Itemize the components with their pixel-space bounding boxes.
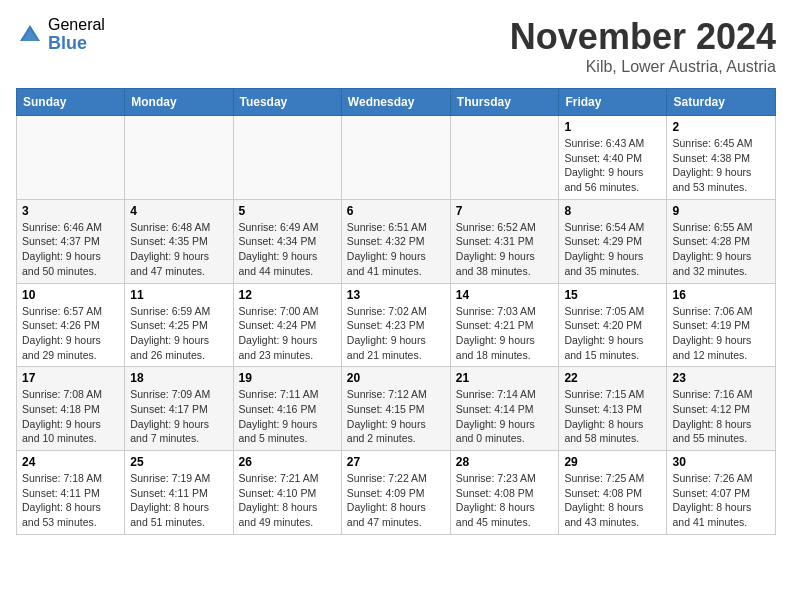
day-info: Sunrise: 7:02 AM Sunset: 4:23 PM Dayligh… bbox=[347, 304, 445, 363]
calendar-cell: 20Sunrise: 7:12 AM Sunset: 4:15 PM Dayli… bbox=[341, 367, 450, 451]
day-number: 17 bbox=[22, 371, 119, 385]
calendar-cell: 11Sunrise: 6:59 AM Sunset: 4:25 PM Dayli… bbox=[125, 283, 233, 367]
calendar-cell: 12Sunrise: 7:00 AM Sunset: 4:24 PM Dayli… bbox=[233, 283, 341, 367]
day-info: Sunrise: 7:25 AM Sunset: 4:08 PM Dayligh… bbox=[564, 471, 661, 530]
calendar-cell: 24Sunrise: 7:18 AM Sunset: 4:11 PM Dayli… bbox=[17, 451, 125, 535]
logo: General Blue bbox=[16, 16, 105, 53]
calendar-cell: 22Sunrise: 7:15 AM Sunset: 4:13 PM Dayli… bbox=[559, 367, 667, 451]
weekday-header-tuesday: Tuesday bbox=[233, 89, 341, 116]
day-number: 10 bbox=[22, 288, 119, 302]
calendar-cell: 25Sunrise: 7:19 AM Sunset: 4:11 PM Dayli… bbox=[125, 451, 233, 535]
calendar-cell: 6Sunrise: 6:51 AM Sunset: 4:32 PM Daylig… bbox=[341, 199, 450, 283]
logo-blue: Blue bbox=[48, 34, 105, 54]
day-info: Sunrise: 7:12 AM Sunset: 4:15 PM Dayligh… bbox=[347, 387, 445, 446]
weekday-header-wednesday: Wednesday bbox=[341, 89, 450, 116]
weekday-header-monday: Monday bbox=[125, 89, 233, 116]
day-number: 15 bbox=[564, 288, 661, 302]
month-title: November 2024 bbox=[510, 16, 776, 58]
day-info: Sunrise: 7:15 AM Sunset: 4:13 PM Dayligh… bbox=[564, 387, 661, 446]
calendar-cell bbox=[17, 116, 125, 200]
day-info: Sunrise: 6:49 AM Sunset: 4:34 PM Dayligh… bbox=[239, 220, 336, 279]
page-header: General Blue November 2024 Kilb, Lower A… bbox=[16, 16, 776, 76]
calendar-cell: 30Sunrise: 7:26 AM Sunset: 4:07 PM Dayli… bbox=[667, 451, 776, 535]
calendar-cell: 5Sunrise: 6:49 AM Sunset: 4:34 PM Daylig… bbox=[233, 199, 341, 283]
day-info: Sunrise: 6:48 AM Sunset: 4:35 PM Dayligh… bbox=[130, 220, 227, 279]
calendar-cell bbox=[341, 116, 450, 200]
day-info: Sunrise: 7:22 AM Sunset: 4:09 PM Dayligh… bbox=[347, 471, 445, 530]
logo-text: General Blue bbox=[48, 16, 105, 53]
day-info: Sunrise: 7:08 AM Sunset: 4:18 PM Dayligh… bbox=[22, 387, 119, 446]
calendar-cell: 26Sunrise: 7:21 AM Sunset: 4:10 PM Dayli… bbox=[233, 451, 341, 535]
day-number: 11 bbox=[130, 288, 227, 302]
day-number: 2 bbox=[672, 120, 770, 134]
logo-general: General bbox=[48, 16, 105, 34]
calendar-cell: 9Sunrise: 6:55 AM Sunset: 4:28 PM Daylig… bbox=[667, 199, 776, 283]
day-info: Sunrise: 6:57 AM Sunset: 4:26 PM Dayligh… bbox=[22, 304, 119, 363]
calendar-header: SundayMondayTuesdayWednesdayThursdayFrid… bbox=[17, 89, 776, 116]
day-number: 14 bbox=[456, 288, 554, 302]
day-number: 19 bbox=[239, 371, 336, 385]
calendar-cell: 28Sunrise: 7:23 AM Sunset: 4:08 PM Dayli… bbox=[450, 451, 559, 535]
day-info: Sunrise: 6:51 AM Sunset: 4:32 PM Dayligh… bbox=[347, 220, 445, 279]
day-info: Sunrise: 7:11 AM Sunset: 4:16 PM Dayligh… bbox=[239, 387, 336, 446]
day-info: Sunrise: 6:52 AM Sunset: 4:31 PM Dayligh… bbox=[456, 220, 554, 279]
day-number: 20 bbox=[347, 371, 445, 385]
day-number: 8 bbox=[564, 204, 661, 218]
calendar-cell: 3Sunrise: 6:46 AM Sunset: 4:37 PM Daylig… bbox=[17, 199, 125, 283]
day-info: Sunrise: 7:23 AM Sunset: 4:08 PM Dayligh… bbox=[456, 471, 554, 530]
calendar-cell: 16Sunrise: 7:06 AM Sunset: 4:19 PM Dayli… bbox=[667, 283, 776, 367]
day-number: 26 bbox=[239, 455, 336, 469]
day-number: 9 bbox=[672, 204, 770, 218]
day-info: Sunrise: 6:55 AM Sunset: 4:28 PM Dayligh… bbox=[672, 220, 770, 279]
day-info: Sunrise: 6:46 AM Sunset: 4:37 PM Dayligh… bbox=[22, 220, 119, 279]
day-info: Sunrise: 7:21 AM Sunset: 4:10 PM Dayligh… bbox=[239, 471, 336, 530]
day-info: Sunrise: 7:00 AM Sunset: 4:24 PM Dayligh… bbox=[239, 304, 336, 363]
day-number: 7 bbox=[456, 204, 554, 218]
day-info: Sunrise: 6:43 AM Sunset: 4:40 PM Dayligh… bbox=[564, 136, 661, 195]
weekday-header-thursday: Thursday bbox=[450, 89, 559, 116]
day-number: 4 bbox=[130, 204, 227, 218]
day-info: Sunrise: 7:18 AM Sunset: 4:11 PM Dayligh… bbox=[22, 471, 119, 530]
day-info: Sunrise: 6:54 AM Sunset: 4:29 PM Dayligh… bbox=[564, 220, 661, 279]
day-info: Sunrise: 7:05 AM Sunset: 4:20 PM Dayligh… bbox=[564, 304, 661, 363]
calendar-cell: 10Sunrise: 6:57 AM Sunset: 4:26 PM Dayli… bbox=[17, 283, 125, 367]
day-number: 5 bbox=[239, 204, 336, 218]
day-number: 25 bbox=[130, 455, 227, 469]
day-number: 29 bbox=[564, 455, 661, 469]
calendar-cell: 18Sunrise: 7:09 AM Sunset: 4:17 PM Dayli… bbox=[125, 367, 233, 451]
calendar-cell: 8Sunrise: 6:54 AM Sunset: 4:29 PM Daylig… bbox=[559, 199, 667, 283]
calendar-cell bbox=[450, 116, 559, 200]
day-info: Sunrise: 7:14 AM Sunset: 4:14 PM Dayligh… bbox=[456, 387, 554, 446]
day-info: Sunrise: 6:45 AM Sunset: 4:38 PM Dayligh… bbox=[672, 136, 770, 195]
calendar-week-row: 24Sunrise: 7:18 AM Sunset: 4:11 PM Dayli… bbox=[17, 451, 776, 535]
calendar-cell: 21Sunrise: 7:14 AM Sunset: 4:14 PM Dayli… bbox=[450, 367, 559, 451]
calendar-week-row: 1Sunrise: 6:43 AM Sunset: 4:40 PM Daylig… bbox=[17, 116, 776, 200]
day-number: 13 bbox=[347, 288, 445, 302]
weekday-header-sunday: Sunday bbox=[17, 89, 125, 116]
calendar-week-row: 10Sunrise: 6:57 AM Sunset: 4:26 PM Dayli… bbox=[17, 283, 776, 367]
day-number: 21 bbox=[456, 371, 554, 385]
day-number: 12 bbox=[239, 288, 336, 302]
calendar-cell bbox=[125, 116, 233, 200]
title-area: November 2024 Kilb, Lower Austria, Austr… bbox=[510, 16, 776, 76]
day-info: Sunrise: 7:26 AM Sunset: 4:07 PM Dayligh… bbox=[672, 471, 770, 530]
day-number: 24 bbox=[22, 455, 119, 469]
day-number: 18 bbox=[130, 371, 227, 385]
day-number: 27 bbox=[347, 455, 445, 469]
day-number: 23 bbox=[672, 371, 770, 385]
calendar-cell: 7Sunrise: 6:52 AM Sunset: 4:31 PM Daylig… bbox=[450, 199, 559, 283]
calendar-cell: 17Sunrise: 7:08 AM Sunset: 4:18 PM Dayli… bbox=[17, 367, 125, 451]
calendar-cell: 14Sunrise: 7:03 AM Sunset: 4:21 PM Dayli… bbox=[450, 283, 559, 367]
calendar-cell: 1Sunrise: 6:43 AM Sunset: 4:40 PM Daylig… bbox=[559, 116, 667, 200]
calendar-cell: 15Sunrise: 7:05 AM Sunset: 4:20 PM Dayli… bbox=[559, 283, 667, 367]
day-info: Sunrise: 7:09 AM Sunset: 4:17 PM Dayligh… bbox=[130, 387, 227, 446]
weekday-header-friday: Friday bbox=[559, 89, 667, 116]
calendar-body: 1Sunrise: 6:43 AM Sunset: 4:40 PM Daylig… bbox=[17, 116, 776, 535]
calendar-cell: 4Sunrise: 6:48 AM Sunset: 4:35 PM Daylig… bbox=[125, 199, 233, 283]
calendar-cell: 23Sunrise: 7:16 AM Sunset: 4:12 PM Dayli… bbox=[667, 367, 776, 451]
day-number: 16 bbox=[672, 288, 770, 302]
calendar-cell: 29Sunrise: 7:25 AM Sunset: 4:08 PM Dayli… bbox=[559, 451, 667, 535]
day-number: 3 bbox=[22, 204, 119, 218]
calendar-table: SundayMondayTuesdayWednesdayThursdayFrid… bbox=[16, 88, 776, 535]
calendar-cell: 13Sunrise: 7:02 AM Sunset: 4:23 PM Dayli… bbox=[341, 283, 450, 367]
